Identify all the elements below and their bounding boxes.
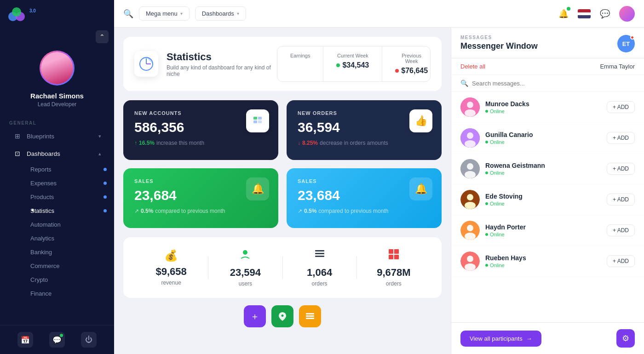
contact-name-haydn: Haydn Porter <box>485 223 601 231</box>
calendar-icon-button[interactable]: 📅 <box>17 332 33 348</box>
current-week-label: Current Week <box>336 53 369 58</box>
contact-info-ede: Ede Stoving Online <box>485 193 601 206</box>
language-flag[interactable] <box>578 9 591 18</box>
products-dot <box>104 195 107 199</box>
contact-avatar-rowena <box>460 159 480 178</box>
nav-item-products[interactable]: Products <box>27 190 110 204</box>
up-arrow-icon: ↑ <box>134 140 137 146</box>
nav-label-banking: Banking <box>30 249 52 256</box>
previous-week-value: $76,645 <box>395 67 428 75</box>
expenses-dot <box>104 182 107 185</box>
settings-button[interactable]: ⚙ <box>616 329 635 348</box>
contact-avatar-haydn <box>460 221 480 240</box>
dashboards-icon: ⊡ <box>13 149 22 158</box>
nav-item-commerce[interactable]: Commerce <box>27 259 110 273</box>
users-icon <box>239 248 251 263</box>
mega-menu-button[interactable]: Mega menu ▾ <box>139 6 190 21</box>
messenger-contact-list: Munroe Dacks Online + ADD Gunilla Canari… <box>451 92 644 322</box>
notification-button[interactable]: 🔔 <box>556 6 571 22</box>
add-contact-munroe-button[interactable]: + ADD <box>607 101 635 113</box>
orders-label: orders <box>312 280 328 287</box>
user-avatar-button[interactable] <box>619 6 635 22</box>
contact-name-ede: Ede Stoving <box>485 193 601 200</box>
nav-item-crypto[interactable]: Crypto <box>27 273 110 286</box>
add-contact-rowena-button[interactable]: + ADD <box>607 163 635 175</box>
nav-item-reports[interactable]: Reports <box>27 163 110 176</box>
svg-point-31 <box>465 171 476 178</box>
messenger-label: MESSAGES <box>460 35 538 40</box>
sidebar-section-label: GENERAL <box>0 117 114 127</box>
location-action-button[interactable] <box>271 305 293 327</box>
contact-name-munroe: Munroe Dacks <box>485 100 601 108</box>
svg-rect-13 <box>315 256 324 257</box>
search-icon: 🔍 <box>460 80 468 87</box>
contact-name-rowena: Rowena Geistmann <box>485 162 601 169</box>
nav-item-expenses[interactable]: Expenses <box>27 177 110 190</box>
topbar-right: 🔔 💬 <box>556 6 635 22</box>
table-action-button[interactable] <box>299 305 321 327</box>
add-action-button[interactable]: ＋ <box>244 305 266 327</box>
contact-avatar-gunilla <box>460 128 480 148</box>
nav-item-dashboards[interactable]: ⊡ Dashboards ▴ <box>4 145 110 162</box>
messages-button[interactable]: 💬 <box>597 6 613 22</box>
add-contact-rueben-button[interactable]: + ADD <box>607 255 635 267</box>
nav-label-dashboards: Dashboards <box>27 150 60 157</box>
avatar-image <box>41 52 73 84</box>
down-arrow-icon: ↓ <box>298 140 300 146</box>
nav-item-banking[interactable]: Banking <box>27 246 110 259</box>
dashboards-button[interactable]: Dashboards ▾ <box>195 6 246 21</box>
delete-all-button[interactable]: Delete all <box>460 63 485 70</box>
sidebar: 3.0 ⌃ Rachael Simons Lead Developer GENE… <box>0 0 114 354</box>
chevron-up-icon: ▴ <box>98 151 101 157</box>
revenue-label: revenue <box>161 280 181 286</box>
notification-dot <box>567 7 570 11</box>
app-version: 3.0 <box>29 8 36 13</box>
sidebar-toggle-button[interactable]: ⌃ <box>96 30 109 43</box>
list-item: Munroe Dacks Online + ADD <box>451 92 644 123</box>
add-contact-gunilla-button[interactable]: + ADD <box>607 132 635 144</box>
svg-point-25 <box>465 109 476 117</box>
stat-card-new-accounts: NEW ACCOUNTS 586,356 ↑ 16.5% increase th… <box>123 100 278 160</box>
stats-subtitle: Build any kind of dashboard for any kind… <box>167 64 277 77</box>
search-icon[interactable]: 🔍 <box>123 9 133 19</box>
svg-rect-20 <box>306 313 314 314</box>
user-name: Rachael Simons <box>30 92 84 100</box>
messenger-avatar-dot <box>630 35 634 40</box>
nav-item-analytics[interactable]: Analytics <box>27 232 110 245</box>
nav-label-blueprints: Blueprints <box>27 133 54 140</box>
power-icon-button[interactable]: ⏻ <box>81 332 97 348</box>
svg-rect-6 <box>253 117 257 120</box>
metrics-row: 💰 $9,658 revenue 23,594 users <box>123 237 442 298</box>
search-input[interactable] <box>472 80 635 87</box>
svg-point-24 <box>467 102 473 108</box>
svg-point-30 <box>467 163 473 170</box>
sales-blue-change: ↗ 0.5% compared to previous month <box>298 208 431 214</box>
app-logo: 3.0 <box>0 0 114 26</box>
contact-status-haydn: Online <box>485 232 601 237</box>
contact-info-munroe: Munroe Dacks Online <box>485 100 601 114</box>
chevron-down-icon: ▾ <box>180 11 183 16</box>
stat-cards-grid: NEW ACCOUNTS 586,356 ↑ 16.5% increase th… <box>123 100 442 228</box>
current-week-dot <box>336 63 340 67</box>
nav-label-finance: Finance <box>30 290 52 297</box>
contact-avatar-ede <box>460 190 480 209</box>
chat-icon-button[interactable]: 💬 <box>49 332 65 348</box>
nav-item-statistics[interactable]: Statistics <box>27 204 110 217</box>
nav-item-finance[interactable]: Finance <box>27 287 110 300</box>
dashboards-label: Dashboards <box>202 10 234 17</box>
reports-dot <box>104 168 107 171</box>
contact-avatar-rueben <box>460 251 480 271</box>
nav-item-blueprints[interactable]: ⊞ Blueprints ▾ <box>4 128 110 144</box>
svg-point-33 <box>467 194 473 200</box>
dashboard-main: Statistics Build any kind of dashboard f… <box>114 28 451 354</box>
add-contact-haydn-button[interactable]: + ADD <box>607 224 635 236</box>
mega-menu-label: Mega menu <box>146 10 178 17</box>
nav-label-analytics: Analytics <box>30 235 54 242</box>
messenger-actions: Delete all Emma Taylor <box>451 58 644 75</box>
nav-item-automation[interactable]: Automation <box>27 218 110 231</box>
action-buttons: ＋ <box>123 305 442 327</box>
view-all-participants-button[interactable]: View all participants → <box>460 331 541 347</box>
sales-green-change: ↗ 0.5% compared to previous month <box>134 208 267 214</box>
add-contact-ede-button[interactable]: + ADD <box>607 194 635 206</box>
stat-card-new-orders: NEW ORDERS 36,594 ↓ 8.25% decrease in or… <box>287 100 442 160</box>
